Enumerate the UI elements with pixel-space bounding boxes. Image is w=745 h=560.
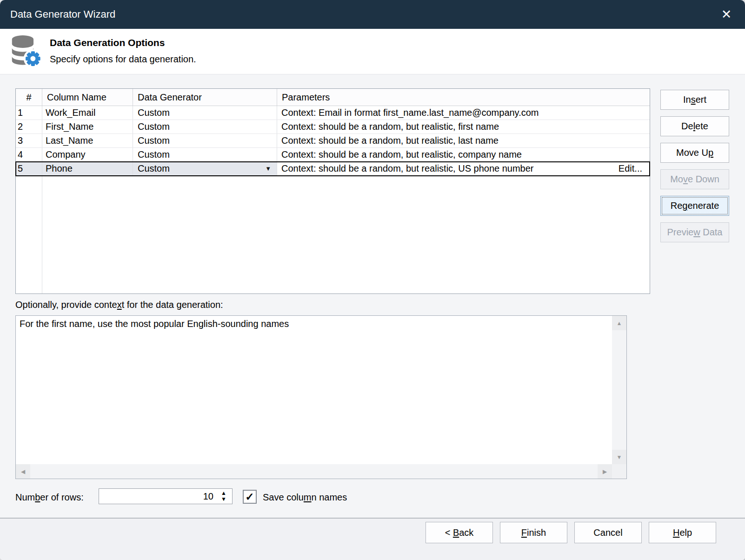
window-title: Data Generator Wizard	[10, 8, 115, 20]
parameters-cell[interactable]: Context: should be a random, but realist…	[277, 134, 650, 147]
context-text: For the first name, use the most popular…	[20, 319, 289, 329]
edit-parameters-button[interactable]: Edit...	[619, 163, 642, 174]
footer-separator	[0, 518, 745, 519]
spinner-stepper[interactable]: ▲ ▼	[218, 490, 229, 503]
column-name-cell[interactable]: Phone	[42, 162, 133, 175]
data-generator-dropdown[interactable]: Custom ▼	[133, 162, 277, 175]
regenerate-button-label: Regenerate	[671, 200, 719, 211]
preview-data-button-label: Preview Data	[667, 227, 723, 238]
column-name-cell[interactable]: Work_Email	[42, 106, 133, 120]
row-number-cell: 5	[16, 162, 42, 175]
column-name-cell[interactable]: Company	[42, 148, 133, 161]
columns-grid: # Column Name Data Generator Parameters …	[15, 88, 650, 294]
grid-header-row: # Column Name Data Generator Parameters	[16, 89, 650, 106]
table-row[interactable]: 3 Last_Name Custom Context: should be a …	[16, 134, 650, 148]
help-button[interactable]: Help	[649, 522, 716, 543]
cancel-button-label: Cancel	[593, 527, 622, 538]
parameters-value: Context: should be a random, but realist…	[281, 163, 534, 174]
move-up-button[interactable]: Move Up	[660, 143, 729, 163]
table-row-selected[interactable]: 5 Phone Custom ▼ Context: should be a ra…	[16, 162, 650, 176]
data-generator-cell[interactable]: Custom	[133, 106, 277, 120]
back-button-label: < Back	[445, 527, 474, 538]
row-number-cell: 3	[16, 134, 42, 147]
spin-down-icon[interactable]: ▼	[221, 497, 226, 502]
save-column-names-checkbox[interactable]: ✓	[243, 490, 257, 504]
insert-button-label: Insert	[683, 94, 706, 105]
save-column-names-label[interactable]: Save column names	[263, 491, 347, 504]
row-number-cell: 4	[16, 148, 42, 161]
column-name-cell[interactable]: Last_Name	[42, 134, 133, 147]
scroll-up-icon[interactable]: ▲	[612, 316, 626, 330]
wizard-header: Data Generation Options Specify options …	[0, 29, 745, 74]
number-of-rows-label: Number of rows:	[15, 490, 84, 505]
chevron-down-icon[interactable]: ▼	[265, 165, 271, 172]
checkmark-icon: ✓	[245, 491, 254, 503]
regenerate-button[interactable]: Regenerate	[660, 196, 729, 216]
parameters-cell[interactable]: Context: Email in format first_name.last…	[277, 106, 650, 120]
data-generator-cell[interactable]: Custom	[133, 148, 277, 161]
parameters-cell[interactable]: Context: should be a random, but realist…	[277, 120, 650, 133]
vertical-scrollbar[interactable]: ▲ ▼	[612, 316, 626, 464]
close-icon: ✕	[721, 7, 732, 22]
column-header-generator[interactable]: Data Generator	[133, 89, 277, 106]
spin-up-icon[interactable]: ▲	[221, 491, 226, 496]
delete-button[interactable]: Delete	[660, 116, 729, 136]
title-bar: Data Generator Wizard ✕	[0, 0, 745, 29]
data-generator-value: Custom	[138, 163, 170, 174]
context-label: Optionally, provide context for the data…	[15, 300, 223, 310]
parameters-cell[interactable]: Context: should be a random, but realist…	[277, 162, 650, 175]
move-down-button[interactable]: Move Down	[660, 169, 729, 189]
table-row[interactable]: 1 Work_Email Custom Context: Email in fo…	[16, 106, 650, 120]
scrollbar-corner	[612, 464, 626, 479]
data-generator-cell[interactable]: Custom	[133, 134, 277, 147]
database-gear-icon	[7, 33, 44, 69]
column-name-cell[interactable]: First_Name	[42, 120, 133, 133]
column-header-name[interactable]: Column Name	[42, 89, 133, 106]
column-header-parameters[interactable]: Parameters	[277, 89, 650, 106]
table-row[interactable]: 2 First_Name Custom Context: should be a…	[16, 120, 650, 134]
parameters-cell[interactable]: Context: should be a random, but realist…	[277, 148, 650, 161]
delete-button-label: Delete	[681, 121, 708, 132]
horizontal-scrollbar[interactable]: ◀ ▶	[16, 464, 612, 479]
preview-data-button[interactable]: Preview Data	[660, 222, 729, 242]
scroll-left-icon[interactable]: ◀	[16, 464, 30, 479]
table-row[interactable]: 4 Company Custom Context: should be a ra…	[16, 148, 650, 162]
data-generator-cell[interactable]: Custom	[133, 120, 277, 133]
help-button-label: Help	[673, 527, 692, 538]
page-subtitle: Specify options for data generation.	[50, 54, 196, 65]
column-header-number[interactable]: #	[16, 89, 42, 106]
cancel-button[interactable]: Cancel	[574, 522, 642, 543]
scroll-right-icon[interactable]: ▶	[598, 464, 612, 479]
move-down-button-label: Move Down	[670, 174, 719, 185]
finish-button-label: Finish	[521, 527, 546, 538]
number-of-rows-value: 10	[203, 489, 213, 504]
scroll-down-icon[interactable]: ▼	[612, 450, 626, 464]
back-button[interactable]: < Back	[426, 522, 493, 543]
row-number-cell: 1	[16, 106, 42, 120]
data-generator-wizard-dialog: Data Generator Wizard ✕	[0, 0, 745, 560]
insert-button[interactable]: Insert	[660, 90, 729, 110]
move-up-button-label: Move Up	[676, 147, 713, 158]
row-number-cell: 2	[16, 120, 42, 133]
finish-button[interactable]: Finish	[500, 522, 567, 543]
number-of-rows-input[interactable]: 10 ▲ ▼	[99, 488, 233, 504]
close-button[interactable]: ✕	[717, 5, 736, 24]
page-title: Data Generation Options	[50, 37, 165, 48]
context-textarea[interactable]: For the first name, use the most popular…	[15, 315, 627, 479]
